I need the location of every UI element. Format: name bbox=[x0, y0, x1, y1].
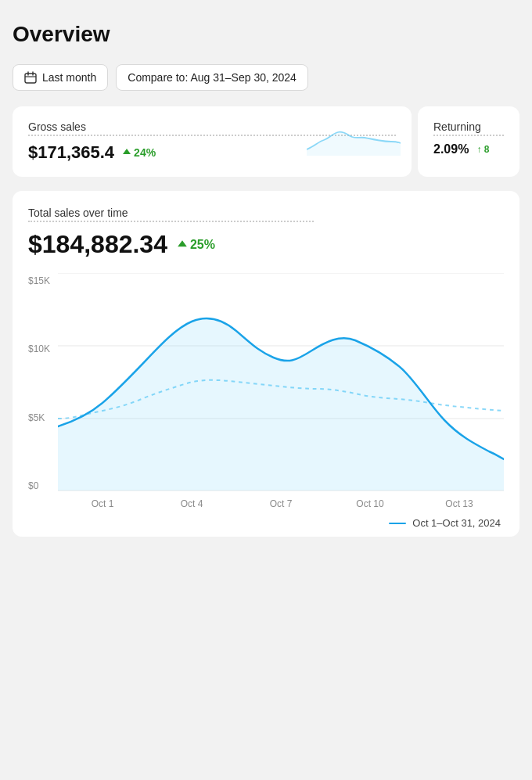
chart-change: 25% bbox=[177, 238, 215, 252]
period-label: Last month bbox=[42, 71, 96, 84]
returning-card: Returning 2.09% ↑ 8 bbox=[418, 106, 519, 177]
chart-subtitle: Total sales over time bbox=[28, 207, 504, 219]
chart-svg-container bbox=[58, 273, 504, 492]
returning-change: ↑ 8 bbox=[476, 144, 489, 155]
chart-value: $184,882.34 bbox=[28, 230, 167, 259]
x-label-oct4: Oct 4 bbox=[147, 498, 236, 509]
gross-sales-card: Gross sales $171,365.4 24% bbox=[13, 106, 412, 177]
metric-cards-row: Gross sales $171,365.4 24% Returning bbox=[13, 106, 519, 177]
total-sales-chart-card: Total sales over time $184,882.34 25% $1… bbox=[13, 191, 519, 537]
compare-filter-button[interactable]: Compare to: Aug 31–Sep 30, 2024 bbox=[116, 64, 308, 91]
chart-with-ylabels: $15K $10K $5K $0 bbox=[28, 273, 504, 492]
legend-label: Oct 1–Oct 31, 2024 bbox=[412, 517, 501, 529]
chart-up-arrow-icon bbox=[177, 239, 188, 250]
gross-sales-sparkline bbox=[307, 124, 401, 159]
x-label-oct7: Oct 7 bbox=[236, 498, 325, 509]
x-axis-labels: Oct 1 Oct 4 Oct 7 Oct 10 Oct 13 bbox=[28, 492, 504, 512]
returning-value: 2.09% bbox=[433, 142, 469, 156]
y-label-15k: $15K bbox=[28, 276, 58, 286]
filter-bar: Last month Compare to: Aug 31–Sep 30, 20… bbox=[13, 64, 519, 91]
y-axis-labels: $15K $10K $5K $0 bbox=[28, 273, 58, 492]
chart-legend: Oct 1–Oct 31, 2024 bbox=[28, 517, 504, 529]
returning-value-row: 2.09% ↑ 8 bbox=[433, 142, 504, 156]
gross-sales-change: 24% bbox=[122, 146, 156, 159]
period-filter-button[interactable]: Last month bbox=[13, 64, 108, 91]
chart-svg bbox=[58, 273, 504, 492]
returning-dots bbox=[433, 135, 504, 136]
up-arrow-icon bbox=[122, 148, 131, 157]
svg-rect-0 bbox=[25, 74, 36, 83]
y-label-10k: $10K bbox=[28, 344, 58, 354]
y-label-0: $0 bbox=[28, 481, 58, 491]
legend-line bbox=[389, 523, 406, 524]
x-label-oct10: Oct 10 bbox=[325, 498, 415, 509]
chart-dots bbox=[28, 221, 314, 222]
gross-sales-value: $171,365.4 bbox=[28, 142, 114, 163]
x-label-oct13: Oct 13 bbox=[415, 498, 504, 509]
compare-label: Compare to: Aug 31–Sep 30, 2024 bbox=[128, 71, 297, 84]
chart-value-row: $184,882.34 25% bbox=[28, 230, 504, 259]
x-label-oct1: Oct 1 bbox=[58, 498, 147, 509]
calendar-icon bbox=[24, 71, 37, 84]
returning-title: Returning bbox=[433, 120, 504, 133]
y-label-5k: $5K bbox=[28, 413, 58, 422]
page-title: Overview bbox=[13, 22, 519, 47]
page-container: Overview Last month Compare to: Aug 31–S… bbox=[0, 0, 532, 552]
